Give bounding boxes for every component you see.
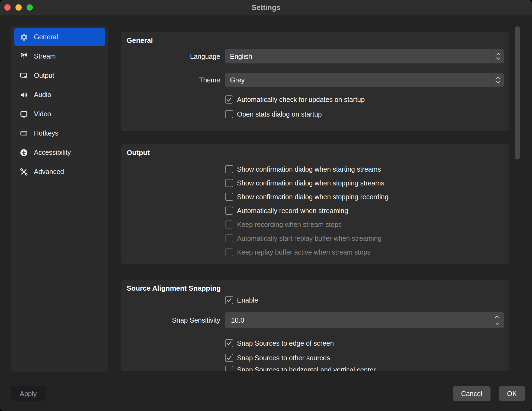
checkbox-row: Automatically start replay buffer when s… <box>225 234 504 242</box>
check-icon <box>226 355 232 361</box>
theme-value: Grey <box>230 76 245 84</box>
sidebar-item-label: Audio <box>34 91 51 99</box>
checkbox-label: Enable <box>237 296 258 304</box>
checkbox-label: Automatically check for updates on start… <box>237 96 365 104</box>
antenna-icon <box>20 52 28 61</box>
tools-icon <box>20 168 28 176</box>
sidebar-item-general[interactable]: General <box>14 28 105 46</box>
settings-sidebar: General Stream <box>11 26 108 372</box>
chevron-up-icon[interactable] <box>495 315 499 318</box>
checkbox[interactable] <box>225 179 233 187</box>
checkbox-row: Keep recording when stream stops <box>225 220 504 229</box>
apply-button[interactable]: Apply <box>11 386 46 401</box>
language-label: Language <box>127 53 225 60</box>
scrollbar-thumb[interactable] <box>515 26 520 159</box>
checkbox-label: Keep recording when stream stops <box>237 221 342 229</box>
chevron-up-icon <box>496 76 501 79</box>
checkbox-label: Show confirmation dialog when starting s… <box>237 165 381 173</box>
checkbox <box>225 234 233 242</box>
sidebar-item-hotkeys[interactable]: Hotkeys <box>14 124 105 142</box>
check-icon <box>226 96 232 103</box>
checkbox-label: Snap Sources to horizontal and vertical … <box>237 366 376 371</box>
sidebar-item-label: Output <box>34 72 54 79</box>
checkbox <box>225 220 233 229</box>
checkbox-label: Open stats dialog on startup <box>237 110 322 118</box>
checkbox-row[interactable]: Open stats dialog on startup <box>225 110 504 118</box>
keyboard-icon <box>20 129 28 138</box>
snap-sensitivity-label: Snap Sensitivity <box>127 316 225 324</box>
sidebar-item-label: Hotkeys <box>34 129 58 137</box>
display-icon <box>20 110 28 118</box>
language-select[interactable]: English <box>225 49 504 63</box>
general-section-title: General <box>127 32 504 44</box>
sidebar-item-label: General <box>34 33 58 41</box>
checkbox[interactable] <box>225 354 233 362</box>
cancel-button[interactable]: Cancel <box>453 386 491 401</box>
checkbox-label: Keep replay buffer active when stream st… <box>237 248 371 256</box>
checkbox[interactable] <box>225 95 233 104</box>
checkbox-row[interactable]: Show confirmation dialog when stopping s… <box>225 179 504 187</box>
checkbox[interactable] <box>225 339 233 347</box>
gear-icon <box>20 33 28 41</box>
checkbox[interactable] <box>225 165 233 173</box>
snapping-section: Source Alignment Snapping Enable Snap Se… <box>121 280 509 371</box>
check-icon <box>226 297 232 303</box>
sidebar-item-label: Advanced <box>34 168 64 176</box>
sidebar-item-audio[interactable]: Audio <box>14 86 105 104</box>
checkbox-label: Automatically record when streaming <box>237 207 348 215</box>
theme-select[interactable]: Grey <box>225 73 504 87</box>
chevron-up-icon <box>496 53 501 56</box>
sidebar-item-advanced[interactable]: Advanced <box>14 163 105 181</box>
checkbox-label: Snap Sources to edge of screen <box>237 339 334 347</box>
checkbox-row[interactable]: Snap Sources to edge of screen <box>225 339 504 347</box>
sidebar-item-stream[interactable]: Stream <box>14 47 105 65</box>
speaker-icon <box>20 91 28 99</box>
language-row: Language English <box>127 49 504 63</box>
output-section: Output Show confirmation dialog when sta… <box>121 144 509 264</box>
theme-label: Theme <box>127 76 225 84</box>
checkbox-row: Keep replay buffer active when stream st… <box>225 248 504 256</box>
checkbox[interactable] <box>225 366 233 371</box>
select-spinner[interactable] <box>492 49 504 63</box>
sidebar-item-accessibility[interactable]: Accessibility <box>14 144 105 161</box>
output-section-title: Output <box>127 144 504 157</box>
checkbox-row[interactable]: Snap Sources to horizontal and vertical … <box>225 366 504 371</box>
checkbox-label: Automatically start replay buffer when s… <box>237 235 382 242</box>
snap-sensitivity-input[interactable]: 10.0 <box>225 312 504 328</box>
checkbox[interactable] <box>225 110 233 118</box>
checkbox[interactable] <box>225 207 233 215</box>
checkbox-row[interactable]: Automatically check for updates on start… <box>225 95 504 104</box>
checkbox-label: Show confirmation dialog when stopping s… <box>237 179 384 187</box>
titlebar: Settings <box>0 0 532 15</box>
sidebar-item-video[interactable]: Video <box>14 105 105 123</box>
checkbox-row[interactable]: Automatically record when streaming <box>225 207 504 215</box>
theme-row: Theme Grey <box>127 73 504 87</box>
snap-sensitivity-row: Snap Sensitivity 10.0 <box>127 312 504 328</box>
check-icon <box>226 340 232 346</box>
checkbox-label: Snap Sources to other sources <box>237 354 330 362</box>
checkbox-row[interactable]: Snap Sources to other sources <box>225 354 504 362</box>
sidebar-item-output[interactable]: Output <box>14 67 105 84</box>
checkbox[interactable] <box>225 296 233 304</box>
chevron-down-icon <box>496 81 501 84</box>
checkbox-row[interactable]: Show confirmation dialog when stopping r… <box>225 193 504 201</box>
select-spinner[interactable] <box>492 73 504 87</box>
settings-window: Settings General Stream <box>0 0 532 411</box>
accessibility-icon <box>20 148 28 157</box>
language-value: English <box>230 53 252 60</box>
checkbox-row[interactable]: Show confirmation dialog when starting s… <box>225 165 504 173</box>
sidebar-item-label: Video <box>34 110 51 118</box>
checkbox[interactable] <box>225 193 233 201</box>
checkbox-label: Show confirmation dialog when stopping r… <box>237 193 389 201</box>
sidebar-item-label: Stream <box>34 52 56 60</box>
ok-button[interactable]: OK <box>499 386 525 401</box>
snap-sensitivity-value: 10.0 <box>231 316 244 324</box>
chevron-down-icon <box>496 57 501 60</box>
sidebar-item-label: Accessibility <box>34 149 71 156</box>
window-title: Settings <box>0 0 532 15</box>
enable-checkbox-row[interactable]: Enable <box>225 296 504 304</box>
snapping-section-title: Source Alignment Snapping <box>127 280 504 292</box>
output-icon <box>20 71 28 80</box>
chevron-down-icon[interactable] <box>495 322 499 325</box>
general-section: General Language English Theme Grey <box>121 32 509 131</box>
